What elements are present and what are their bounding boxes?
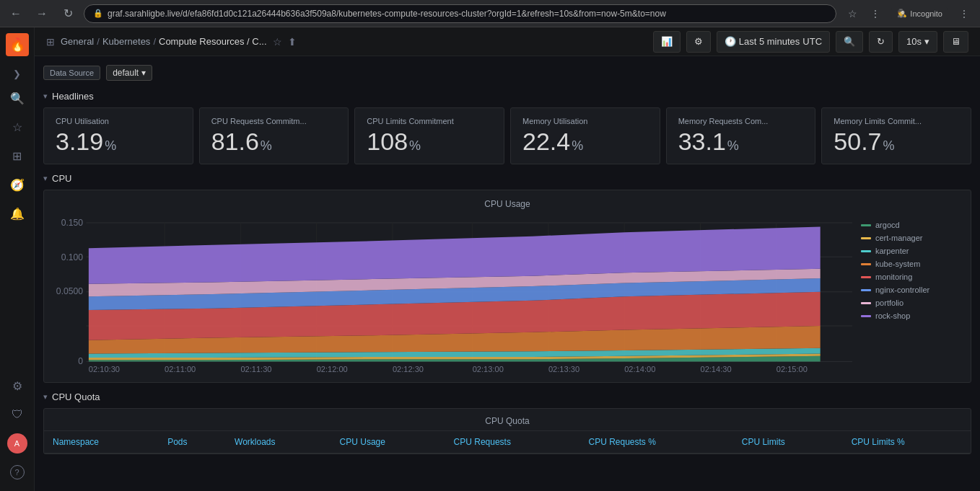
browser-chrome: ← → ↻ 🔒 graf.sarahligbe.live/d/efa86fd1d… <box>0 0 980 27</box>
legend-color-portfolio <box>861 302 871 304</box>
legend-item-cert-manager[interactable]: cert-manager <box>861 234 962 242</box>
sidebar-item-shield[interactable]: 🛡 <box>4 402 30 428</box>
legend-label-rock-shop: rock-shop <box>875 311 910 320</box>
favorite-star-icon[interactable]: ☆ <box>273 36 282 48</box>
legend-item-nginx-controller[interactable]: nginx-controller <box>861 286 962 294</box>
chart-legend: argocd cert-manager karpenter kube-syste… <box>861 215 962 373</box>
lock-icon: 🔒 <box>93 9 103 18</box>
table-col-namespace[interactable]: Namespace <box>44 431 159 454</box>
headlines-section-header[interactable]: ▾ Headlines <box>43 91 971 102</box>
legend-item-rock-shop[interactable]: rock-shop <box>861 311 962 320</box>
stat-card-0: CPU Utilisation 3.19% <box>43 107 193 164</box>
table-header: NamespacePodsWorkloadsCPU UsageCPU Reque… <box>44 431 971 454</box>
grid-icon: ⊞ <box>12 149 22 163</box>
star-icon: ☆ <box>12 120 22 134</box>
time-range-button[interactable]: 🕐 Last 5 minutes UTC <box>717 31 830 53</box>
legend-label-portfolio: portfolio <box>875 298 904 307</box>
breadcrumb-sep-2: / <box>153 36 156 47</box>
stat-card-title-0: CPU Utilisation <box>56 117 181 125</box>
bookmark-button[interactable]: ☆ <box>842 4 862 24</box>
tv-mode-button[interactable]: 🖥 <box>943 31 968 53</box>
stat-card-title-5: Memory Limits Commit... <box>834 117 959 125</box>
breadcrumb-current: Compute Resources / C... <box>159 36 267 47</box>
cpu-quota-table: NamespacePodsWorkloadsCPU UsageCPU Reque… <box>44 431 971 454</box>
dashboard-content: Data Source default ▾ ▾ Headlines CPU Ut… <box>35 56 980 491</box>
stat-card-1: CPU Requests Commitm... 81.6% <box>199 107 349 164</box>
time-range-label: Last 5 minutes <box>739 36 800 47</box>
stat-cards-grid: CPU Utilisation 3.19% CPU Requests Commi… <box>43 107 971 164</box>
stat-card-5: Memory Limits Commit... 50.7% <box>821 107 971 164</box>
add-panel-button[interactable]: 📊 <box>653 31 681 53</box>
grafana-logo[interactable]: 🔥 <box>6 33 29 56</box>
datasource-select[interactable]: default ▾ <box>106 65 152 81</box>
datasource-value: default <box>113 68 139 78</box>
url-bar[interactable]: 🔒 graf.sarahligbe.live/d/efa86fd1d0c121a… <box>84 4 836 23</box>
url-text: graf.sarahligbe.live/d/efa86fd1d0c121a26… <box>108 9 666 19</box>
table-col-pods[interactable]: Pods <box>159 431 226 454</box>
svg-text:02:14:30: 02:14:30 <box>700 365 731 373</box>
table-col-workloads[interactable]: Workloads <box>226 431 331 454</box>
sidebar-item-search[interactable]: 🔍 <box>4 85 30 111</box>
sidebar-item-explore[interactable]: 🧭 <box>4 172 30 198</box>
legend-color-karpenter <box>861 250 871 252</box>
table-col-cpu-limits[interactable]: CPU Limits <box>733 431 843 454</box>
svg-text:0: 0 <box>78 356 83 366</box>
table-header-row: NamespacePodsWorkloadsCPU UsageCPU Reque… <box>44 431 971 454</box>
table-scroll[interactable]: NamespacePodsWorkloadsCPU UsageCPU Reque… <box>44 431 971 454</box>
cpu-quota-table-title: CPU Quota <box>44 409 971 431</box>
refresh-button[interactable]: ↻ <box>869 31 893 53</box>
sidebar-item-alerting[interactable]: 🔔 <box>4 200 30 226</box>
sidebar-collapse-button[interactable]: ❯ <box>4 65 30 82</box>
svg-text:02:12:00: 02:12:00 <box>317 365 348 373</box>
cpu-chart-graph: 0.150 0.100 0.0500 0 02:10:30 02:11:00 0… <box>53 215 852 373</box>
sidebar-item-profile[interactable]: A <box>4 430 30 456</box>
sidebar-item-dashboards[interactable]: ⊞ <box>4 143 30 169</box>
cpu-quota-title: CPU Quota <box>52 392 100 402</box>
cpu-title: CPU <box>52 173 71 184</box>
sidebar-item-help[interactable]: ? <box>4 459 30 485</box>
svg-text:02:11:00: 02:11:00 <box>165 365 196 373</box>
legend-item-argocd[interactable]: argocd <box>861 221 962 229</box>
legend-color-kube-system <box>861 263 871 265</box>
headlines-toggle-icon: ▾ <box>43 92 48 101</box>
cpu-usage-panel: CPU Usage 0.150 0.100 <box>43 190 971 383</box>
tv-icon: 🖥 <box>951 36 961 47</box>
table-col-cpu-usage[interactable]: CPU Usage <box>331 431 445 454</box>
stat-card-value-1: 81.6% <box>211 128 337 155</box>
legend-item-kube-system[interactable]: kube-system <box>861 260 962 268</box>
legend-color-nginx-controller <box>861 289 871 291</box>
legend-color-cert-manager <box>861 237 871 239</box>
sidebar-item-starred[interactable]: ☆ <box>4 114 30 140</box>
legend-item-karpenter[interactable]: karpenter <box>861 247 962 255</box>
legend-label-karpenter: karpenter <box>875 247 909 255</box>
legend-item-portfolio[interactable]: portfolio <box>861 298 962 307</box>
legend-label-cert-manager: cert-manager <box>875 234 922 242</box>
cpu-quota-section-header[interactable]: ▾ CPU Quota <box>43 392 971 402</box>
reload-button[interactable]: ↻ <box>58 4 78 24</box>
cpu-section-header[interactable]: ▾ CPU <box>43 173 971 184</box>
more-chrome-button[interactable]: ⋮ <box>954 4 974 24</box>
svg-text:02:13:00: 02:13:00 <box>473 365 504 373</box>
settings-button[interactable]: ⚙ <box>686 31 711 53</box>
table-col-cpu-requests-%[interactable]: CPU Requests % <box>580 431 733 454</box>
sidebar-item-configuration[interactable]: ⚙ <box>4 373 30 399</box>
share-dashboard-icon[interactable]: ⬆ <box>288 36 297 48</box>
breadcrumb-grid-icon: ⊞ <box>46 36 55 48</box>
back-button[interactable]: ← <box>6 4 26 24</box>
refresh-rate-button[interactable]: 10s ▾ <box>898 31 937 53</box>
more-button[interactable]: ⋮ <box>865 4 885 24</box>
zoom-out-button[interactable]: 🔍 <box>836 31 863 53</box>
stat-card-value-5: 50.7% <box>834 128 959 155</box>
stat-card-value-0: 3.19% <box>56 128 181 155</box>
legend-color-monitoring <box>861 276 871 278</box>
breadcrumb-general[interactable]: General <box>61 36 94 47</box>
table-col-cpu-requests[interactable]: CPU Requests <box>445 431 580 454</box>
svg-text:02:11:30: 02:11:30 <box>240 365 271 373</box>
chart-area: 0.150 0.100 0.0500 0 02:10:30 02:11:00 0… <box>53 215 962 373</box>
search-icon: 🔍 <box>10 92 25 105</box>
stat-card-2: CPU Limits Commitment 108% <box>354 107 504 164</box>
forward-button[interactable]: → <box>32 4 52 24</box>
breadcrumb-kubernetes[interactable]: Kubernetes <box>102 36 151 47</box>
table-col-cpu-limits-%[interactable]: CPU Limits % <box>843 431 971 454</box>
legend-item-monitoring[interactable]: monitoring <box>861 273 962 281</box>
